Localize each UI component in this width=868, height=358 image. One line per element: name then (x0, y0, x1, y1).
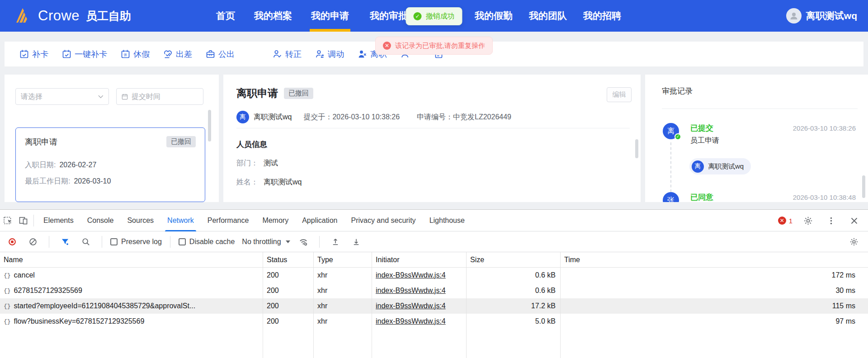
separator (33, 215, 34, 226)
export-har-icon[interactable] (349, 234, 364, 250)
disable-cache-checkbox[interactable]: Disable cache (179, 238, 235, 246)
preserve-log-checkbox[interactable]: Preserve log (110, 238, 162, 246)
error-toast-text: 该记录为已审批,请勿重复操作 (395, 42, 485, 50)
step-desc: 员工申请 (690, 136, 856, 146)
devtools-tab-privacy[interactable]: Privacy and security (344, 210, 422, 231)
devtools-tab-console[interactable]: Console (80, 210, 121, 231)
approver-chip: 离 离职测试wq (689, 158, 751, 174)
list-scrollbar[interactable] (208, 110, 211, 141)
col-size[interactable]: Size (467, 252, 561, 267)
error-toast: ✕ 该记录为已审批,请勿重复操作 (375, 37, 493, 55)
calendar-rest-icon: 休 (121, 49, 130, 59)
caret-down-icon (286, 240, 290, 243)
nav-my-recruiting[interactable]: 我的招聘 (583, 0, 621, 32)
detail-status-badge: 已撤回 (284, 88, 313, 99)
calendar-icon (122, 93, 128, 100)
network-request-row[interactable]: {}cancel 200 xhr index-B9ssWwdw.js:4 0.6… (0, 268, 868, 283)
nav-my-applications[interactable]: 我的申请 (311, 0, 349, 32)
separator (319, 236, 320, 248)
user-leave-icon (358, 49, 367, 59)
col-type[interactable]: Type (314, 252, 372, 267)
inspect-element-icon[interactable] (0, 213, 15, 228)
success-check-icon: ✓ (414, 12, 422, 20)
devtools-close-icon[interactable] (846, 213, 862, 228)
devtools-tab-memory[interactable]: Memory (255, 210, 295, 231)
col-name[interactable]: Name (0, 252, 263, 267)
submit-time-input[interactable] (132, 93, 198, 101)
step-check-icon: ✓ (675, 133, 681, 140)
action-regularization[interactable]: 转正 (273, 49, 302, 60)
search-icon[interactable] (78, 234, 94, 250)
devtools-settings-icon[interactable] (800, 213, 816, 228)
col-initiator[interactable]: Initiator (372, 252, 467, 267)
devtools-tab-lighthouse[interactable]: Lighthouse (423, 210, 472, 231)
brand-logo: Crowe 员工自助 (12, 0, 131, 32)
action-official-out[interactable]: 公出 (206, 49, 235, 60)
crowe-mark-icon (12, 5, 33, 27)
detail-scrollbar[interactable] (635, 139, 638, 158)
action-leave[interactable]: 休 休假 (121, 49, 150, 60)
submit-time-picker[interactable] (116, 88, 203, 105)
separator (170, 236, 170, 248)
filter-icon[interactable] (57, 234, 73, 250)
approval-record-panel: 审批记录 离 ✓ 已提交 2026-03-10 10:38:26 员工申请 离 … (645, 75, 868, 202)
devtools-tab-sources[interactable]: Sources (120, 210, 160, 231)
devtools-tab-network[interactable]: Network (160, 210, 201, 231)
network-settings-icon[interactable] (846, 234, 862, 250)
devtools-tab-application[interactable]: Application (295, 210, 344, 231)
initiator-link[interactable]: index-B9ssWwdw.js:4 (376, 287, 446, 295)
card-field-last-work-date: 最后工作日期:2026-03-10 (25, 177, 111, 186)
step-time: 2026-03-10 10:38:48 (793, 193, 856, 201)
approval-scrollbar[interactable] (862, 175, 865, 198)
network-request-row[interactable]: {}flow?businessKey=62781527129325569 200… (0, 314, 868, 329)
step-avatar: 张 (663, 192, 679, 202)
nav-my-profile[interactable]: 我的档案 (254, 0, 292, 32)
nav-my-attendance[interactable]: 我的假勤 (475, 0, 513, 32)
action-fix-attendance[interactable]: 补卡 (19, 49, 48, 60)
chip-name: 离职测试wq (708, 162, 744, 171)
import-har-icon[interactable] (328, 234, 343, 250)
field-name: 姓名：离职测试wq (236, 178, 302, 187)
application-list-panel: 离职申请 已撤回 入职日期:2026-02-27 最后工作日期:2026-03-… (5, 75, 219, 202)
calendar-check-icon (62, 49, 71, 59)
console-error-badge[interactable]: ✕ 1 (778, 217, 793, 225)
card-title: 离职申请 (25, 137, 57, 147)
network-request-row[interactable]: {}started?employeeId=61219084045385729&a… (0, 298, 868, 314)
type-select-input[interactable] (21, 93, 94, 101)
col-status[interactable]: Status (263, 252, 314, 267)
devtools-more-icon[interactable] (823, 213, 839, 228)
edit-button[interactable]: 编辑 (607, 87, 632, 102)
col-time[interactable]: Time (561, 252, 868, 267)
nav-home[interactable]: 首页 (216, 0, 235, 32)
devtools: Elements Console Sources Network Perform… (0, 209, 868, 358)
devtools-tab-elements[interactable]: Elements (37, 210, 80, 231)
clear-network-icon[interactable] (25, 234, 41, 250)
nav-my-team[interactable]: 我的团队 (529, 0, 567, 32)
nav-my-approvals[interactable]: 我的审批 (370, 0, 408, 32)
initiator-link[interactable]: index-B9ssWwdw.js:4 (376, 271, 446, 279)
device-toolbar-icon[interactable] (15, 213, 31, 228)
action-batch-fix-attendance[interactable]: 一键补卡 (62, 49, 107, 60)
calendar-check-icon (19, 49, 29, 59)
briefcase-icon (206, 49, 215, 59)
application-card[interactable]: 离职申请 已撤回 入职日期:2026-02-27 最后工作日期:2026-03-… (15, 127, 205, 202)
error-circle-icon: ✕ (778, 217, 786, 225)
request-json-icon: {} (4, 287, 11, 294)
initiator-link[interactable]: index-B9ssWwdw.js:4 (376, 302, 446, 310)
type-select[interactable] (15, 88, 109, 105)
applicant-avatar: 离 (236, 111, 249, 123)
product-name: 员工自助 (86, 9, 131, 24)
record-network-icon[interactable] (5, 234, 20, 250)
action-transfer[interactable]: 调动 (315, 49, 344, 60)
devtools-tabbar: Elements Console Sources Network Perform… (0, 210, 868, 231)
user-arrows-icon (315, 49, 325, 59)
devtools-tab-performance[interactable]: Performance (201, 210, 256, 231)
initiator-link[interactable]: index-B9ssWwdw.js:4 (376, 317, 446, 325)
network-request-row[interactable]: {}62781527129325569 200 xhr index-B9ssWw… (0, 283, 868, 298)
user-menu[interactable]: 离职测试wq (786, 0, 857, 32)
action-business-trip[interactable]: 出差 (163, 49, 192, 60)
throttling-select[interactable]: No throttling (242, 238, 290, 246)
step-status: 已提交 (690, 123, 713, 133)
approval-step-approved: 张 ✓ 已同意 2026-03-10 10:38:48 (663, 192, 856, 202)
network-conditions-icon[interactable] (296, 234, 311, 250)
